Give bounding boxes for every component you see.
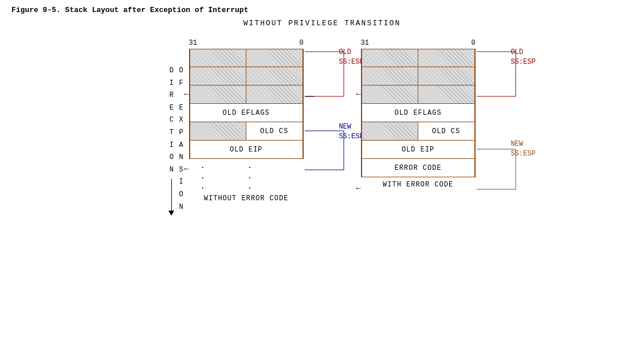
- left-eflags-label: OLD EFLAGS: [223, 109, 270, 117]
- exp-space: [179, 90, 183, 102]
- left-old-ssesp: OLDSS:ESP: [339, 48, 363, 67]
- right-header-31: 31: [361, 39, 369, 47]
- dir-o: O: [170, 151, 174, 164]
- exp-a: A: [179, 139, 183, 152]
- right-row-3: [362, 85, 474, 104]
- left-new-ssesp: NEWSS:ESP: [339, 122, 363, 142]
- right-eflags-label: OLD EFLAGS: [395, 109, 442, 117]
- diagram-with-error: 31 0: [361, 39, 476, 203]
- right-stack: OLD EFLAGS OLD CS OLD EIP: [361, 49, 476, 177]
- left-row-3: [190, 85, 303, 104]
- left-stack: OLD EFLAGS OLD CS OLD EIP: [189, 49, 304, 159]
- right-old-ssesp: OLDSS:ESP: [511, 48, 535, 67]
- right-row-errorcode: ERROR CODE: [362, 159, 474, 177]
- right-new-ssesp: NEWSS:ESP: [511, 139, 535, 159]
- exp-o2: O: [179, 189, 183, 201]
- left-row-1: [190, 49, 303, 67]
- dir-t: T: [170, 127, 174, 139]
- left-row-2: [190, 67, 303, 85]
- left-header-0: 0: [299, 39, 303, 47]
- left-arrow-new: ←: [184, 164, 189, 173]
- dir-d: D: [170, 65, 174, 77]
- figure-title: Figure 9-5. Stack Layout after Exception…: [11, 6, 633, 14]
- right-arrow-old: ←: [356, 90, 361, 99]
- left-row-eip: OLD EIP: [190, 141, 303, 159]
- exp-p: P: [179, 127, 183, 139]
- left-dots-2: . .: [201, 172, 304, 181]
- left-dots-3: . .: [201, 182, 304, 191]
- exp-n: N: [179, 201, 183, 214]
- dir-r: R: [170, 90, 174, 102]
- right-row-eip: OLD EIP: [362, 141, 474, 159]
- exp-s: S: [179, 164, 183, 177]
- exp-i: I: [179, 176, 183, 189]
- dir-i2: I: [170, 139, 174, 152]
- exp-e: E: [179, 102, 183, 115]
- left-eip-label: OLD EIP: [230, 146, 262, 154]
- left-row-cs: OLD CS: [190, 122, 303, 141]
- figure-subtitle: WITHOUT PRIVILEGE TRANSITION: [11, 19, 633, 28]
- diagram-without-error: 31 0: [189, 39, 304, 203]
- right-row-cs: OLD CS: [362, 122, 474, 141]
- right-row-1: [362, 49, 474, 67]
- dir-e: E: [170, 102, 174, 115]
- right-header-0: 0: [471, 39, 475, 47]
- right-row-2: [362, 67, 474, 85]
- right-row-eflags: OLD EFLAGS: [362, 104, 474, 122]
- dir-n: N: [170, 164, 174, 177]
- left-header-31: 31: [189, 39, 197, 47]
- left-dots-1: . .: [201, 161, 304, 170]
- exp-n: N: [179, 151, 183, 164]
- left-footer: WITHOUT ERROR CODE: [204, 194, 289, 203]
- dir-i: I: [170, 77, 174, 90]
- exp-o: O: [179, 65, 183, 77]
- exp-f: F: [179, 77, 183, 90]
- left-arrow-old: ←: [184, 90, 189, 99]
- left-cs-label: OLD CS: [260, 127, 288, 135]
- right-cs-label: OLD CS: [432, 127, 460, 135]
- right-errorcode-label: ERROR CODE: [395, 164, 442, 172]
- right-footer: WITH ERROR CODE: [383, 181, 453, 189]
- right-eip-label: OLD EIP: [402, 146, 434, 154]
- exp-x: X: [179, 114, 183, 127]
- right-arrow-new: ←: [356, 184, 361, 193]
- left-row-eflags: OLD EFLAGS: [190, 104, 303, 122]
- dir-c: C: [170, 114, 174, 127]
